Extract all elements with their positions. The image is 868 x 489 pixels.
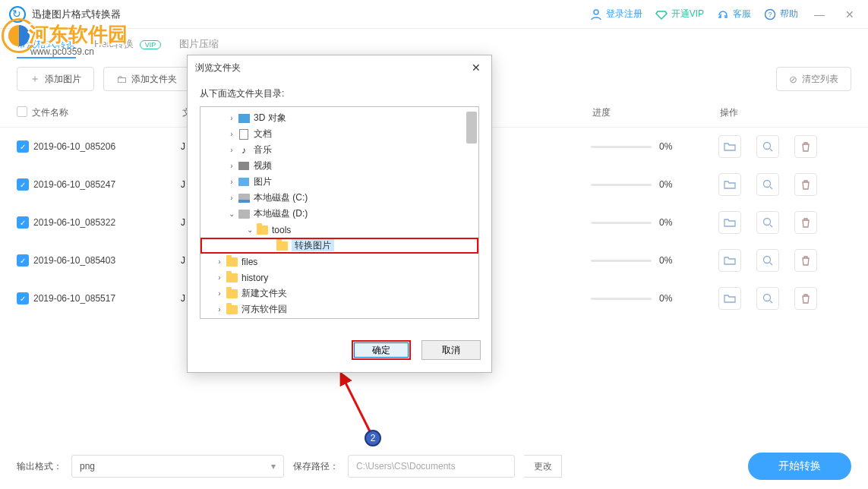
expand-icon[interactable]: ›	[226, 114, 237, 122]
expand-icon[interactable]: ⌄	[226, 210, 237, 218]
out-format-select[interactable]: png ▾	[71, 455, 284, 478]
expand-icon[interactable]: ›	[226, 194, 237, 202]
open-folder-button[interactable]	[718, 173, 741, 196]
add-image-label: 添加图片	[45, 73, 81, 86]
tree-item[interactable]: ›图片	[200, 174, 478, 190]
col-filename: 文件名称	[32, 106, 182, 119]
tree-item[interactable]: ›files	[200, 254, 478, 270]
save-path-box: C:\Users\CS\Documents	[348, 455, 515, 478]
row-checkbox[interactable]: ✓	[17, 178, 29, 191]
plus-icon: ＋	[30, 72, 40, 86]
minimize-button[interactable]: —	[810, 5, 829, 24]
tree-item[interactable]: ›河东软件园	[200, 301, 478, 317]
vip-link[interactable]: 开通VIP	[655, 8, 704, 21]
delete-button[interactable]	[794, 173, 817, 196]
diamond-icon	[655, 8, 668, 21]
tree-label: tools	[272, 225, 291, 235]
tree-label: 文档	[254, 128, 272, 140]
expand-icon[interactable]: ›	[214, 289, 225, 298]
row-filename: 2019-06-10_085517	[33, 293, 181, 304]
open-folder-button[interactable]	[718, 135, 741, 158]
login-label: 登录注册	[606, 8, 642, 21]
delete-button[interactable]	[794, 211, 817, 234]
open-folder-button[interactable]	[718, 287, 741, 310]
tree-item[interactable]: ›本地磁盘 (C:)	[200, 190, 478, 206]
dialog-close-icon[interactable]: ✕	[469, 62, 484, 74]
preview-button[interactable]	[756, 287, 779, 310]
svg-line-6	[770, 187, 772, 189]
svg-line-10	[770, 263, 772, 265]
preview-button[interactable]	[756, 173, 779, 196]
preview-button[interactable]	[756, 135, 779, 158]
change-path-button[interactable]: 更改	[524, 455, 562, 478]
folder-icon	[237, 112, 251, 125]
svg-line-12	[770, 301, 772, 303]
row-checkbox[interactable]: ✓	[17, 140, 29, 153]
tree-label: 新建文件夹	[241, 287, 287, 300]
tree-label: history	[241, 273, 268, 283]
expand-icon[interactable]: ›	[214, 305, 225, 314]
tree-item[interactable]: ›3D 对象	[200, 110, 478, 126]
folder-icon	[225, 304, 238, 316]
svg-text:?: ?	[768, 11, 772, 18]
dialog-cancel-button[interactable]: 取消	[421, 340, 481, 360]
row-checkbox[interactable]: ✓	[17, 216, 29, 229]
row-filename: 2019-06-10_085403	[33, 255, 181, 266]
folder-icon	[225, 288, 238, 300]
select-all-checkbox[interactable]	[17, 106, 27, 117]
expand-icon[interactable]: ⌄	[245, 226, 255, 234]
progress-value: 0%	[659, 179, 672, 190]
row-checkbox[interactable]: ✓	[17, 254, 29, 267]
open-folder-button[interactable]	[718, 249, 741, 272]
login-link[interactable]: 登录注册	[589, 8, 642, 21]
add-image-button[interactable]: ＋ 添加图片	[17, 67, 94, 91]
add-folder-button[interactable]: 🗀 添加文件夹	[103, 67, 190, 91]
chevron-down-icon: ▾	[271, 461, 276, 472]
svg-line-4	[770, 149, 772, 151]
folder-tree[interactable]: ›3D 对象›文档›♪音乐›视频›图片›本地磁盘 (C:)⌄本地磁盘 (D:)⌄…	[200, 106, 479, 319]
progress-value: 0%	[659, 293, 672, 304]
help-link[interactable]: ? 帮助	[763, 8, 798, 21]
close-button[interactable]: ✕	[841, 5, 859, 24]
open-folder-button[interactable]	[718, 211, 741, 234]
add-folder-label: 添加文件夹	[131, 73, 177, 86]
svg-line-8	[770, 225, 772, 227]
tree-item[interactable]: ›视频	[200, 158, 478, 174]
row-checkbox[interactable]: ✓	[17, 292, 29, 304]
progress-bar	[591, 298, 652, 300]
progress-bar	[591, 184, 652, 186]
tree-item[interactable]: 转换图片	[200, 238, 478, 254]
dialog-title: 浏览文件夹	[195, 62, 241, 74]
expand-icon[interactable]: ›	[226, 146, 237, 154]
row-filename: 2019-06-10_085206	[33, 141, 181, 152]
expand-icon[interactable]: ›	[214, 273, 225, 282]
tree-item[interactable]: ›文档	[200, 126, 478, 142]
delete-button[interactable]	[794, 135, 817, 158]
delete-button[interactable]	[794, 249, 817, 272]
tree-item[interactable]: ⌄tools	[200, 222, 478, 238]
clear-list-label: 清空列表	[802, 73, 838, 86]
tab-heic[interactable]: Heic转换 VIP	[94, 30, 161, 58]
progress-bar	[591, 260, 652, 262]
tree-item[interactable]: ›history	[200, 270, 478, 286]
folder-icon: 🗀	[116, 73, 127, 85]
tree-label: 3D 对象	[254, 112, 286, 125]
expand-icon[interactable]: ›	[226, 162, 237, 170]
row-filename: 2019-06-10_085247	[33, 179, 181, 190]
expand-icon[interactable]: ›	[226, 130, 237, 138]
tree-item[interactable]: ›♪音乐	[200, 142, 478, 158]
delete-button[interactable]	[794, 287, 817, 310]
scrollbar-thumb[interactable]	[466, 112, 477, 144]
tree-item[interactable]: ⌄本地磁盘 (D:)	[200, 206, 478, 222]
service-link[interactable]: 客服	[716, 8, 751, 21]
run-convert-button[interactable]: 开始转换	[748, 453, 851, 480]
preview-button[interactable]	[756, 249, 779, 272]
preview-button[interactable]	[756, 211, 779, 234]
clear-list-button[interactable]: ⊘ 清空列表	[776, 67, 851, 91]
tree-label: 视频	[254, 159, 272, 172]
expand-icon[interactable]: ›	[226, 178, 237, 186]
dialog-ok-button[interactable]: 确定	[352, 340, 411, 360]
tree-item[interactable]: ›新建文件夹	[200, 286, 478, 301]
tree-label: files	[241, 257, 257, 267]
expand-icon[interactable]: ›	[214, 257, 225, 266]
